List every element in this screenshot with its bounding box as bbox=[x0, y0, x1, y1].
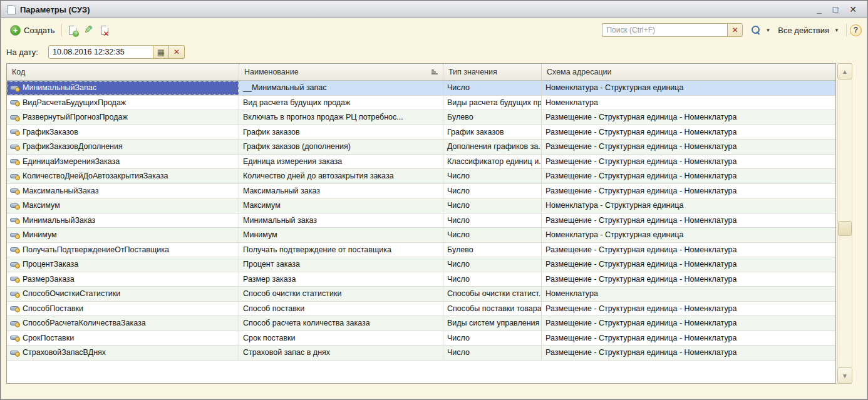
table-row[interactable]: МаксимальныйЗаказ Максимальный заказ Чис… bbox=[7, 184, 835, 199]
table-row[interactable]: ПроцентЗаказа Процент заказа Число Разме… bbox=[7, 257, 835, 272]
cell-code[interactable]: СрокПоставки bbox=[7, 331, 239, 346]
table-row[interactable]: ГрафикЗаказовДополнения График заказов (… bbox=[7, 140, 835, 155]
copy-button[interactable]: + bbox=[65, 23, 80, 38]
table-row[interactable]: СпособПоставки Способ поставки Способы п… bbox=[7, 302, 835, 317]
cell-schema[interactable]: Размещение - Структурная единица - Номен… bbox=[542, 110, 835, 125]
column-header-code[interactable]: Код bbox=[7, 64, 239, 80]
cell-type[interactable]: Дополнения графиков за... bbox=[443, 140, 542, 154]
table-row[interactable]: СпособРасчетаКоличестваЗаказа Способ рас… bbox=[7, 316, 835, 331]
cell-name[interactable]: __Минимальный запас bbox=[239, 81, 443, 95]
help-button[interactable]: ? bbox=[850, 24, 862, 36]
cell-name[interactable]: Способ расчета количества заказа bbox=[239, 316, 443, 331]
cell-name[interactable]: Получать подтверждение от поставщика bbox=[239, 243, 443, 257]
cell-type[interactable]: Число bbox=[443, 169, 542, 183]
cell-name[interactable]: Вид расчета будущих продаж bbox=[239, 96, 443, 110]
cell-code[interactable]: МаксимальныйЗаказ bbox=[7, 184, 239, 198]
cell-code[interactable]: КоличествоДнейДоАвтозакрытияЗаказа bbox=[7, 169, 239, 183]
table-row[interactable]: ПолучатьПодтверждениеОтПоставщика Получа… bbox=[7, 243, 835, 258]
cell-code[interactable]: ГрафикЗаказовДополнения bbox=[7, 140, 239, 154]
search-input[interactable] bbox=[602, 23, 727, 37]
cell-code[interactable]: ЕдиницаИзмеренияЗаказа bbox=[7, 155, 239, 169]
cell-type[interactable]: Булево bbox=[443, 243, 542, 257]
cell-schema[interactable]: Размещение - Структурная единица - Номен… bbox=[542, 346, 835, 360]
cell-type[interactable]: Виды систем управления ... bbox=[443, 316, 542, 331]
maximize-button[interactable]: □ bbox=[833, 5, 838, 14]
cell-type[interactable]: Способы поставки товара bbox=[443, 302, 542, 316]
cell-type[interactable]: Число bbox=[443, 346, 542, 360]
close-button[interactable]: ✕ bbox=[849, 5, 857, 14]
table-row[interactable]: РазвернутыйПрогнозПродаж Включать в прог… bbox=[7, 110, 835, 125]
cell-code[interactable]: Минимум bbox=[7, 228, 239, 242]
cell-name[interactable]: Максимальный заказ bbox=[239, 184, 443, 198]
table-row[interactable]: Максимум Максимум Число Номенклатура - С… bbox=[7, 198, 835, 213]
cell-name[interactable]: Процент заказа bbox=[239, 257, 443, 272]
date-clear-button[interactable]: ✕ bbox=[169, 45, 185, 59]
delete-button[interactable]: ✕ bbox=[97, 23, 112, 38]
cell-schema[interactable]: Размещение - Структурная единица - Номен… bbox=[542, 257, 835, 272]
cell-code[interactable]: РазмерЗаказа bbox=[7, 272, 239, 287]
edit-button[interactable]: ✎ bbox=[80, 23, 96, 38]
cell-type[interactable]: Число bbox=[443, 228, 542, 242]
table-row[interactable]: ЕдиницаИзмеренияЗаказа Единица измерения… bbox=[7, 155, 835, 170]
date-input[interactable] bbox=[48, 45, 153, 59]
cell-schema[interactable]: Номенклатура - Структурная единица bbox=[542, 81, 835, 95]
table-row[interactable]: МинимальныйЗапас __Минимальный запас Чис… bbox=[7, 81, 835, 96]
cell-schema[interactable]: Размещение - Структурная единица - Номен… bbox=[542, 125, 835, 140]
cell-type[interactable]: Число bbox=[443, 331, 542, 346]
table-row[interactable]: СтраховойЗапасВДнях Страховой запас в дн… bbox=[7, 346, 835, 361]
cell-code[interactable]: ВидРасчетаБудущихПродаж bbox=[7, 96, 239, 110]
cell-schema[interactable]: Номенклатура bbox=[542, 287, 835, 301]
cell-name[interactable]: Способ очистки статистики bbox=[239, 287, 443, 301]
table-row[interactable]: ВидРасчетаБудущихПродаж Вид расчета буду… bbox=[7, 96, 835, 111]
cell-type[interactable]: Число bbox=[443, 184, 542, 198]
cell-name[interactable]: Единица измерения заказа bbox=[239, 155, 443, 169]
cell-code[interactable]: ПроцентЗаказа bbox=[7, 257, 239, 272]
cell-name[interactable]: Включать в прогноз продаж РЦ потребнос..… bbox=[239, 110, 443, 125]
minimize-button[interactable]: _ bbox=[817, 5, 822, 14]
cell-schema[interactable]: Размещение - Структурная единица - Номен… bbox=[542, 169, 835, 183]
scrollbar-thumb[interactable] bbox=[838, 221, 852, 236]
cell-name[interactable]: Срок поставки bbox=[239, 331, 443, 346]
cell-name[interactable]: График заказов (дополнения) bbox=[239, 140, 443, 154]
cell-name[interactable]: Количество дней до автозакрытия заказа bbox=[239, 169, 443, 183]
search-menu-button[interactable]: ▼ bbox=[748, 23, 774, 37]
cell-code[interactable]: СпособОчисткиСтатистики bbox=[7, 287, 239, 301]
cell-type[interactable]: График заказов bbox=[443, 125, 542, 140]
create-button[interactable]: + Создать bbox=[6, 23, 58, 38]
cell-type[interactable]: Число bbox=[443, 213, 542, 228]
table-row[interactable]: МинимальныйЗаказ Минимальный заказ Число… bbox=[7, 213, 835, 228]
scroll-up-button[interactable]: ▲ bbox=[837, 63, 852, 79]
cell-schema[interactable]: Размещение - Структурная единица - Номен… bbox=[542, 331, 835, 346]
cell-name[interactable]: Способ поставки bbox=[239, 302, 443, 316]
cell-schema[interactable]: Размещение - Структурная единица - Номен… bbox=[542, 155, 835, 169]
cell-code[interactable]: Максимум bbox=[7, 198, 239, 213]
vertical-scrollbar[interactable]: ▲ ▼ bbox=[837, 63, 852, 384]
cell-name[interactable]: Страховой запас в днях bbox=[239, 346, 443, 360]
cell-schema[interactable]: Размещение - Структурная единица - Номен… bbox=[542, 213, 835, 228]
all-actions-button[interactable]: Все действия ▼ bbox=[774, 23, 843, 38]
cell-name[interactable]: Минимум bbox=[239, 228, 443, 242]
search-clear-button[interactable]: ✕ bbox=[727, 23, 743, 37]
cell-schema[interactable]: Размещение - Структурная единица - Номен… bbox=[542, 272, 835, 287]
cell-schema[interactable]: Номенклатура - Структурная единица bbox=[542, 198, 835, 213]
column-header-schema[interactable]: Схема адресации bbox=[542, 64, 835, 80]
cell-schema[interactable]: Номенклатура - Структурная единица bbox=[542, 228, 835, 242]
cell-type[interactable]: Булево bbox=[443, 110, 542, 125]
table-row[interactable]: РазмерЗаказа Размер заказа Число Размеще… bbox=[7, 272, 835, 287]
cell-code[interactable]: СтраховойЗапасВДнях bbox=[7, 346, 239, 360]
scrollbar-track[interactable] bbox=[837, 79, 852, 367]
cell-schema[interactable]: Размещение - Структурная единица - Номен… bbox=[542, 302, 835, 316]
cell-code[interactable]: РазвернутыйПрогнозПродаж bbox=[7, 110, 239, 125]
cell-type[interactable]: Способы очистки статист... bbox=[443, 287, 542, 301]
cell-code[interactable]: СпособРасчетаКоличестваЗаказа bbox=[7, 316, 239, 331]
cell-name[interactable]: Минимальный заказ bbox=[239, 213, 443, 228]
table-row[interactable]: СпособОчисткиСтатистики Способ очистки с… bbox=[7, 287, 835, 302]
table-row[interactable]: Минимум Минимум Число Номенклатура - Стр… bbox=[7, 228, 835, 243]
cell-schema[interactable]: Размещение - Структурная единица - Номен… bbox=[542, 184, 835, 198]
cell-name[interactable]: Максимум bbox=[239, 198, 443, 213]
cell-code[interactable]: ГрафикЗаказов bbox=[7, 125, 239, 140]
cell-type[interactable]: Виды расчета будущих пр... bbox=[443, 96, 542, 110]
column-header-type[interactable]: Тип значения bbox=[443, 64, 542, 80]
cell-code[interactable]: ПолучатьПодтверждениеОтПоставщика bbox=[7, 243, 239, 257]
cell-code[interactable]: МинимальныйЗаказ bbox=[7, 213, 239, 228]
